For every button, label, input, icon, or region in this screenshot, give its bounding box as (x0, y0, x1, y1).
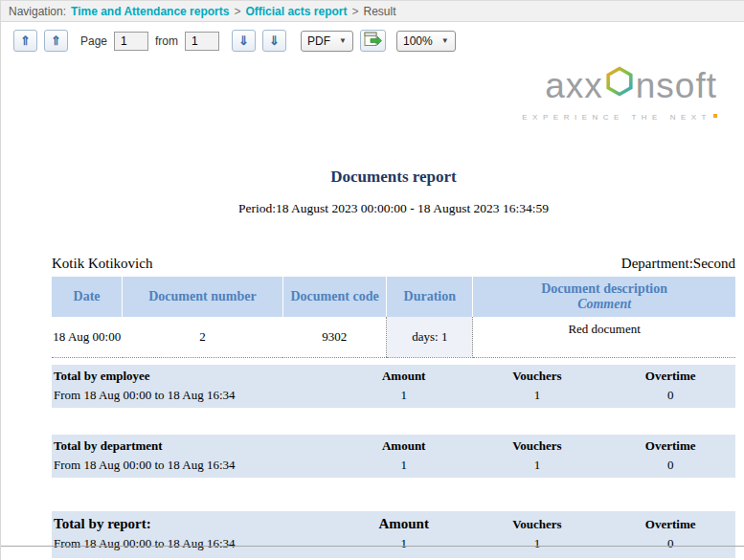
report-period: Period:18 August 2023 00:00:00 - 18 Augu… (52, 201, 735, 216)
overtime-label: Overtime (605, 437, 735, 456)
cell-document-number: 2 (123, 317, 283, 357)
logo-text-left: axx (545, 66, 603, 106)
documents-table: Date Document number Document code Durat… (52, 277, 735, 358)
next-page-icon: ⇓ (238, 34, 249, 48)
totals-by-report: Total by report: Amount Vouchers Overtim… (52, 511, 735, 558)
vouchers-label: Vouchers (469, 515, 606, 534)
export-icon (364, 32, 382, 50)
breadcrumb-current: Result (363, 5, 395, 18)
table-header-row: Date Document number Document code Durat… (52, 277, 735, 317)
overtime-value: 0 (605, 456, 735, 475)
zoom-select[interactable]: 100% ▼ (396, 31, 456, 52)
cell-date: 18 Aug 00:00 (52, 317, 123, 357)
totals-by-employee: Total by employee Amount Vouchers Overti… (52, 365, 735, 408)
total-range: From 18 Aug 00:00 to 18 Aug 16:34 (52, 456, 339, 475)
last-page-button[interactable]: ⇓ (262, 30, 286, 52)
vouchers-value: 1 (469, 386, 606, 405)
header-document-number: Document number (123, 277, 283, 317)
total-range: From 18 Aug 00:00 to 18 Aug 16:34 (52, 386, 339, 405)
cell-duration: days: 1 (387, 317, 473, 357)
last-page-icon: ⇓ (269, 34, 280, 48)
vouchers-label: Vouchers (469, 367, 606, 386)
department-name: Department:Second (621, 256, 735, 272)
logo-wordmark: axx nsoft (545, 65, 717, 106)
tagline-dot-icon (713, 114, 717, 118)
amount-value: 1 (339, 456, 469, 475)
header-description-line: Document description (473, 281, 735, 297)
employee-row: Kotik Kotikovich Department:Second (52, 256, 735, 272)
overtime-label: Overtime (605, 367, 735, 386)
total-pages-input[interactable] (185, 32, 219, 51)
totals-by-department: Total by department Amount Vouchers Over… (52, 435, 735, 478)
export-format-select[interactable]: PDF ▼ (301, 31, 353, 52)
overtime-label: Overtime (605, 515, 735, 534)
page-bottom-divider (1, 546, 744, 547)
page-label: Page (80, 34, 107, 48)
header-comment-line: Comment (473, 297, 735, 312)
total-range: From 18 Aug 00:00 to 18 Aug 16:34 (52, 534, 339, 553)
breadcrumb-separator: > (351, 5, 358, 18)
axxonsoft-logo: axx nsoft EXPERIENCE THE NEXT (522, 65, 717, 122)
vouchers-value: 1 (469, 534, 606, 553)
header-duration: Duration (387, 277, 473, 317)
breadcrumb-label: Navigation: (9, 5, 66, 18)
breadcrumb-separator: > (234, 5, 240, 18)
cell-description: Red document (473, 317, 735, 357)
total-title: Total by employee (52, 367, 339, 386)
overtime-value: 0 (605, 386, 735, 405)
amount-label: Amount (339, 515, 469, 534)
hexagon-logo-icon (604, 65, 635, 106)
vouchers-label: Vouchers (469, 437, 606, 456)
report-title: Documents report (52, 168, 735, 187)
employee-name: Kotik Kotikovich (52, 256, 152, 272)
zoom-value: 100% (403, 34, 433, 48)
header-document-code: Document code (282, 277, 387, 317)
page-number-input[interactable] (114, 32, 148, 51)
breadcrumb-link-official-acts-report[interactable]: Official acts report (245, 5, 347, 18)
prev-page-button[interactable]: ⇑ (44, 30, 68, 52)
total-title: Total by department (52, 437, 339, 456)
table-row: 18 Aug 00:00 2 9302 days: 1 Red document (52, 317, 735, 357)
amount-value: 1 (339, 534, 469, 553)
cell-document-code: 9302 (282, 317, 387, 357)
logo-tagline-text: EXPERIENCE THE NEXT (522, 113, 711, 122)
total-title: Total by report: (52, 515, 339, 534)
from-label: from (155, 34, 178, 48)
chevron-down-icon: ▼ (441, 36, 449, 45)
amount-value: 1 (339, 386, 469, 405)
next-page-button[interactable]: ⇓ (232, 30, 256, 52)
export-button[interactable] (360, 30, 386, 52)
report-toolbar: ⇑ ⇑ Page from ⇓ ⇓ PDF ▼ 100% ▼ (1, 22, 744, 59)
breadcrumb: Navigation: Time and Attendance reports … (1, 0, 744, 22)
chevron-down-icon: ▼ (339, 36, 347, 45)
prev-page-icon: ⇑ (51, 34, 61, 48)
header-date: Date (52, 277, 123, 317)
amount-label: Amount (339, 437, 469, 456)
export-format-value: PDF (307, 34, 330, 48)
logo-text-right: nsoft (636, 66, 717, 106)
breadcrumb-link-time-attendance-reports[interactable]: Time and Attendance reports (71, 5, 229, 18)
amount-label: Amount (339, 367, 469, 386)
vouchers-value: 1 (469, 456, 606, 475)
first-page-icon: ⇑ (20, 34, 31, 48)
logo-tagline: EXPERIENCE THE NEXT (522, 113, 717, 122)
report-content: Documents report Period:18 August 2023 0… (1, 168, 744, 558)
header-description: Document description Comment (473, 277, 735, 317)
overtime-value: 0 (605, 534, 735, 553)
first-page-button[interactable]: ⇑ (13, 30, 37, 52)
